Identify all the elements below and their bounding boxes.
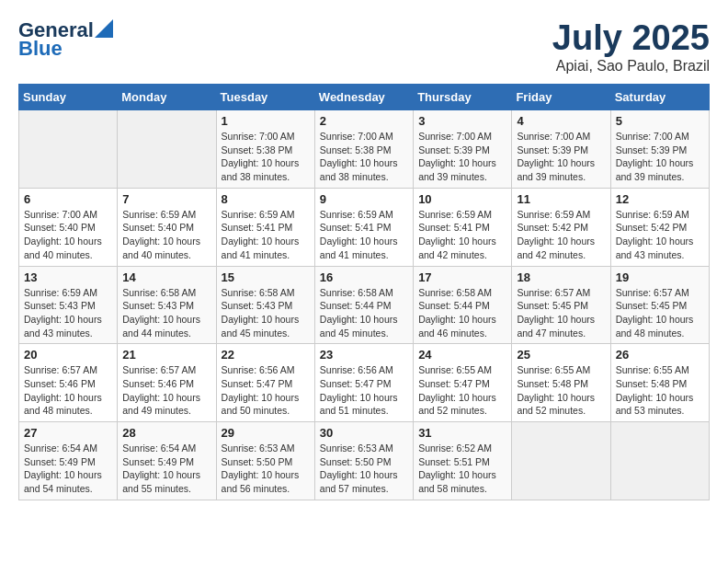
day-info: Sunrise: 7:00 AM Sunset: 5:40 PM Dayligh… xyxy=(24,208,112,262)
calendar-cell: 7Sunrise: 6:59 AM Sunset: 5:40 PM Daylig… xyxy=(118,188,216,266)
day-number: 22 xyxy=(222,348,310,362)
logo: General Blue xyxy=(18,18,113,61)
logo-triangle-icon xyxy=(95,19,113,38)
day-number: 13 xyxy=(24,270,112,284)
calendar-cell: 8Sunrise: 6:59 AM Sunset: 5:41 PM Daylig… xyxy=(216,188,314,266)
week-row-3: 13Sunrise: 6:59 AM Sunset: 5:43 PM Dayli… xyxy=(19,266,710,344)
day-info: Sunrise: 7:00 AM Sunset: 5:39 PM Dayligh… xyxy=(517,130,605,184)
calendar-cell xyxy=(610,422,709,500)
day-number: 10 xyxy=(418,192,506,206)
week-row-1: 1Sunrise: 7:00 AM Sunset: 5:38 PM Daylig… xyxy=(19,110,710,189)
title-block: July 2025 Apiai, Sao Paulo, Brazil xyxy=(552,18,710,75)
weekday-header-row: SundayMondayTuesdayWednesdayThursdayFrid… xyxy=(19,85,710,110)
calendar-cell xyxy=(118,110,216,189)
day-number: 24 xyxy=(418,348,506,362)
weekday-header-tuesday: Tuesday xyxy=(216,85,314,110)
day-info: Sunrise: 7:00 AM Sunset: 5:39 PM Dayligh… xyxy=(418,130,506,184)
day-number: 17 xyxy=(418,270,506,284)
day-number: 5 xyxy=(616,114,704,128)
day-number: 25 xyxy=(517,348,605,362)
day-info: Sunrise: 6:59 AM Sunset: 5:42 PM Dayligh… xyxy=(517,208,605,262)
day-info: Sunrise: 6:59 AM Sunset: 5:41 PM Dayligh… xyxy=(320,208,408,262)
day-number: 30 xyxy=(320,426,408,440)
calendar-cell xyxy=(512,422,610,500)
calendar-cell: 19Sunrise: 6:57 AM Sunset: 5:45 PM Dayli… xyxy=(610,266,709,344)
weekday-header-thursday: Thursday xyxy=(414,85,512,110)
day-number: 27 xyxy=(24,426,112,440)
calendar-cell: 24Sunrise: 6:55 AM Sunset: 5:47 PM Dayli… xyxy=(414,344,512,422)
day-info: Sunrise: 6:56 AM Sunset: 5:47 PM Dayligh… xyxy=(222,363,310,418)
day-info: Sunrise: 6:52 AM Sunset: 5:51 PM Dayligh… xyxy=(418,442,506,496)
calendar-table: SundayMondayTuesdayWednesdayThursdayFrid… xyxy=(18,84,710,500)
day-number: 31 xyxy=(418,426,506,440)
day-info: Sunrise: 6:57 AM Sunset: 5:45 PM Dayligh… xyxy=(517,286,605,340)
calendar-body: 1Sunrise: 7:00 AM Sunset: 5:38 PM Daylig… xyxy=(19,110,710,500)
day-number: 18 xyxy=(517,270,605,284)
day-info: Sunrise: 7:00 AM Sunset: 5:38 PM Dayligh… xyxy=(222,130,310,184)
day-info: Sunrise: 6:57 AM Sunset: 5:46 PM Dayligh… xyxy=(122,363,210,418)
day-info: Sunrise: 6:59 AM Sunset: 5:41 PM Dayligh… xyxy=(222,208,310,262)
calendar-cell: 27Sunrise: 6:54 AM Sunset: 5:49 PM Dayli… xyxy=(19,422,118,500)
calendar-cell: 29Sunrise: 6:53 AM Sunset: 5:50 PM Dayli… xyxy=(216,422,314,500)
weekday-header-sunday: Sunday xyxy=(19,85,118,110)
page-header: General Blue July 2025 Apiai, Sao Paulo,… xyxy=(18,18,710,75)
day-number: 12 xyxy=(616,192,704,206)
day-info: Sunrise: 6:59 AM Sunset: 5:41 PM Dayligh… xyxy=(418,208,506,262)
weekday-header-saturday: Saturday xyxy=(610,85,709,110)
day-number: 23 xyxy=(320,348,408,362)
calendar-cell: 18Sunrise: 6:57 AM Sunset: 5:45 PM Dayli… xyxy=(512,266,610,344)
calendar-cell: 31Sunrise: 6:52 AM Sunset: 5:51 PM Dayli… xyxy=(414,422,512,500)
day-info: Sunrise: 6:59 AM Sunset: 5:42 PM Dayligh… xyxy=(616,208,704,262)
calendar-cell: 21Sunrise: 6:57 AM Sunset: 5:46 PM Dayli… xyxy=(118,344,216,422)
day-number: 1 xyxy=(222,114,310,128)
calendar-cell: 20Sunrise: 6:57 AM Sunset: 5:46 PM Dayli… xyxy=(19,344,118,422)
calendar-cell: 30Sunrise: 6:53 AM Sunset: 5:50 PM Dayli… xyxy=(314,422,413,500)
calendar-cell: 16Sunrise: 6:58 AM Sunset: 5:44 PM Dayli… xyxy=(314,266,413,344)
day-info: Sunrise: 6:55 AM Sunset: 5:48 PM Dayligh… xyxy=(616,363,704,418)
day-number: 8 xyxy=(222,192,310,206)
day-number: 29 xyxy=(222,426,310,440)
calendar-cell: 13Sunrise: 6:59 AM Sunset: 5:43 PM Dayli… xyxy=(19,266,118,344)
calendar-cell: 3Sunrise: 7:00 AM Sunset: 5:39 PM Daylig… xyxy=(414,110,512,189)
calendar-cell: 1Sunrise: 7:00 AM Sunset: 5:38 PM Daylig… xyxy=(216,110,314,189)
week-row-2: 6Sunrise: 7:00 AM Sunset: 5:40 PM Daylig… xyxy=(19,188,710,266)
day-info: Sunrise: 6:56 AM Sunset: 5:47 PM Dayligh… xyxy=(320,363,408,418)
calendar-cell xyxy=(19,110,118,189)
day-info: Sunrise: 7:00 AM Sunset: 5:38 PM Dayligh… xyxy=(320,130,408,184)
week-row-5: 27Sunrise: 6:54 AM Sunset: 5:49 PM Dayli… xyxy=(19,422,710,500)
day-number: 9 xyxy=(320,192,408,206)
day-number: 7 xyxy=(122,192,210,206)
calendar-cell: 15Sunrise: 6:58 AM Sunset: 5:43 PM Dayli… xyxy=(216,266,314,344)
calendar-cell: 12Sunrise: 6:59 AM Sunset: 5:42 PM Dayli… xyxy=(610,188,709,266)
calendar-cell: 17Sunrise: 6:58 AM Sunset: 5:44 PM Dayli… xyxy=(414,266,512,344)
calendar-cell: 28Sunrise: 6:54 AM Sunset: 5:49 PM Dayli… xyxy=(118,422,216,500)
day-info: Sunrise: 6:55 AM Sunset: 5:48 PM Dayligh… xyxy=(517,363,605,418)
day-number: 20 xyxy=(24,348,112,362)
weekday-header-wednesday: Wednesday xyxy=(314,85,413,110)
calendar-cell: 23Sunrise: 6:56 AM Sunset: 5:47 PM Dayli… xyxy=(314,344,413,422)
calendar-cell: 11Sunrise: 6:59 AM Sunset: 5:42 PM Dayli… xyxy=(512,188,610,266)
logo-blue: Blue xyxy=(18,37,63,61)
calendar-cell: 9Sunrise: 6:59 AM Sunset: 5:41 PM Daylig… xyxy=(314,188,413,266)
day-number: 3 xyxy=(418,114,506,128)
calendar-title: July 2025 xyxy=(552,18,710,58)
day-info: Sunrise: 6:53 AM Sunset: 5:50 PM Dayligh… xyxy=(320,442,408,496)
calendar-subtitle: Apiai, Sao Paulo, Brazil xyxy=(552,58,710,75)
day-number: 16 xyxy=(320,270,408,284)
calendar-cell: 14Sunrise: 6:58 AM Sunset: 5:43 PM Dayli… xyxy=(118,266,216,344)
day-info: Sunrise: 6:58 AM Sunset: 5:43 PM Dayligh… xyxy=(122,286,210,340)
svg-marker-0 xyxy=(95,19,113,38)
calendar-cell: 5Sunrise: 7:00 AM Sunset: 5:39 PM Daylig… xyxy=(610,110,709,189)
calendar-cell: 25Sunrise: 6:55 AM Sunset: 5:48 PM Dayli… xyxy=(512,344,610,422)
calendar-cell: 4Sunrise: 7:00 AM Sunset: 5:39 PM Daylig… xyxy=(512,110,610,189)
day-number: 14 xyxy=(122,270,210,284)
day-number: 19 xyxy=(616,270,704,284)
day-number: 28 xyxy=(122,426,210,440)
day-info: Sunrise: 6:54 AM Sunset: 5:49 PM Dayligh… xyxy=(24,442,112,496)
day-number: 2 xyxy=(320,114,408,128)
calendar-cell: 6Sunrise: 7:00 AM Sunset: 5:40 PM Daylig… xyxy=(19,188,118,266)
week-row-4: 20Sunrise: 6:57 AM Sunset: 5:46 PM Dayli… xyxy=(19,344,710,422)
day-info: Sunrise: 7:00 AM Sunset: 5:39 PM Dayligh… xyxy=(616,130,704,184)
day-number: 21 xyxy=(122,348,210,362)
weekday-header-monday: Monday xyxy=(118,85,216,110)
